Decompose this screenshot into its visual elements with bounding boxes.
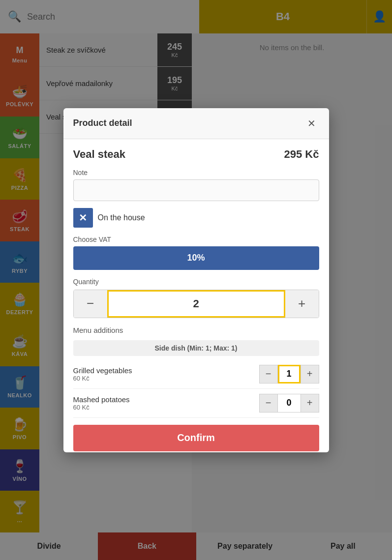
side-dish-item: Grilled vegetables 60 Kč − 1 + xyxy=(73,360,319,389)
check-mark-icon: ✕ xyxy=(79,212,87,224)
quantity-decrease-button[interactable]: − xyxy=(74,290,107,318)
product-name: Veal steak xyxy=(73,148,125,161)
modal-body: Veal steak 295 Kč Note ✕ On the house Ch… xyxy=(63,139,329,452)
quantity-increase-button[interactable]: + xyxy=(285,290,319,318)
quantity-display: 2 xyxy=(107,290,285,318)
confirm-button[interactable]: Confirm xyxy=(73,425,319,451)
modal-title: Product detail xyxy=(73,118,132,128)
note-label: Note xyxy=(73,169,319,177)
on-the-house-row: ✕ On the house xyxy=(73,208,319,228)
product-detail-modal: Product detail ✕ Veal steak 295 Kč Note … xyxy=(63,108,329,452)
side-dish-header: Side dish (Min: 1; Max: 1) xyxy=(73,340,319,356)
quantity-row: − 2 + xyxy=(73,290,319,318)
side-dish-name: Mashed potatoes xyxy=(73,395,130,404)
modal-overlay: Product detail ✕ Veal steak 295 Kč Note … xyxy=(0,0,392,560)
product-price: 295 Kč xyxy=(284,148,319,161)
side-dish-info: Mashed potatoes 60 Kč xyxy=(73,395,130,411)
side-dish-item: Mashed potatoes 60 Kč − 0 + xyxy=(73,389,319,418)
side-qty-row: − 1 + xyxy=(259,365,319,383)
side-qty-display: 1 xyxy=(278,365,301,383)
vat-button[interactable]: 10% xyxy=(73,246,319,270)
side-dish-name: Grilled vegetables xyxy=(73,366,132,375)
side-increase-button[interactable]: + xyxy=(301,394,319,413)
side-dish-price: 60 Kč xyxy=(73,375,132,382)
modal-header: Product detail ✕ xyxy=(63,108,329,139)
side-qty-row: − 0 + xyxy=(259,394,319,413)
side-dish-price: 60 Kč xyxy=(73,404,130,411)
side-increase-button[interactable]: + xyxy=(301,365,319,383)
side-decrease-button[interactable]: − xyxy=(259,365,278,383)
note-input[interactable] xyxy=(73,179,319,201)
side-dish-info: Grilled vegetables 60 Kč xyxy=(73,366,132,382)
side-qty-display: 0 xyxy=(278,394,301,413)
additions-title: Menu additions xyxy=(73,326,319,334)
side-decrease-button[interactable]: − xyxy=(259,394,278,413)
on-the-house-checkbox[interactable]: ✕ xyxy=(73,208,93,228)
modal-close-button[interactable]: ✕ xyxy=(304,116,319,131)
vat-label: Choose VAT xyxy=(73,236,319,243)
quantity-label: Quantity xyxy=(73,278,319,286)
on-the-house-label: On the house xyxy=(98,213,145,222)
product-row: Veal steak 295 Kč xyxy=(73,148,319,161)
